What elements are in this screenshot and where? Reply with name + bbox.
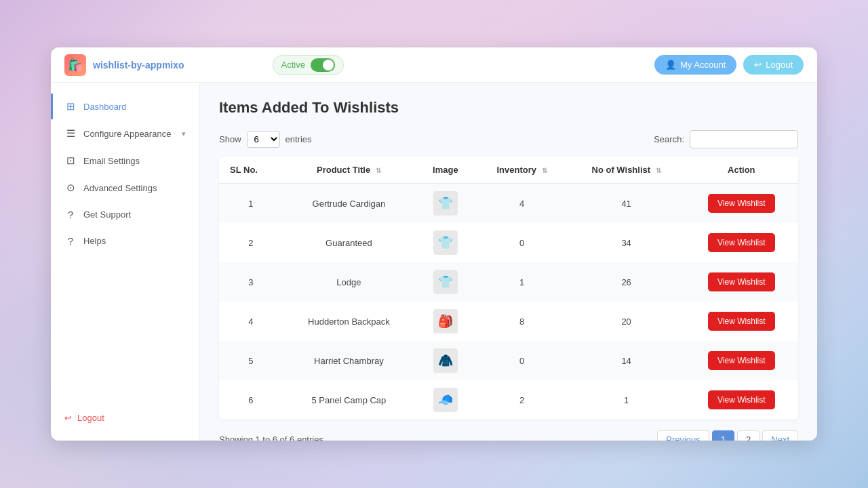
table-row: 6 5 Panel Camp Cap 🧢 2 1 View Wishlist — [219, 380, 798, 420]
sidebar-logout-button[interactable]: ↩ Logout — [64, 413, 186, 423]
view-wishlist-button-0[interactable]: View Wishlist — [708, 194, 774, 213]
product-image-0: 👕 — [433, 191, 458, 216]
cell-product-2: Lodge — [283, 262, 416, 302]
main-content: Items Added To Wishlists Show 6 10 25 50… — [200, 83, 817, 441]
active-status-label: Active — [281, 60, 305, 70]
table-controls: Show 6 10 25 50 entries Search: — [219, 130, 798, 148]
cell-wishlist-count-3: 20 — [568, 302, 685, 341]
my-account-button[interactable]: 👤 My Account — [654, 55, 736, 75]
account-icon: 👤 — [665, 60, 676, 70]
cell-sl-4: 5 — [219, 341, 283, 380]
sidebar-logout-icon: ↩ — [64, 413, 72, 423]
sidebar-nav: ⊞ Dashboard ☰ Configure Appearance ▾ ⊡ E… — [51, 94, 199, 253]
table-row: 3 Lodge 👕 1 26 View Wishlist — [219, 262, 798, 302]
col-inventory: Inventory ⇅ — [476, 157, 568, 184]
header-logout-button[interactable]: ↩ Logout — [743, 55, 804, 75]
product-image-5: 🧢 — [433, 388, 458, 412]
active-toggle[interactable]: Active — [273, 55, 344, 75]
view-wishlist-button-3[interactable]: View Wishlist — [708, 312, 774, 331]
entries-select[interactable]: 6 10 25 50 — [247, 131, 280, 148]
top-bar-left: 🛍️ wishlist-by-appmixo Active — [64, 54, 344, 76]
app-window: 🛍️ wishlist-by-appmixo Active 👤 My Accou… — [51, 47, 817, 441]
entries-label: entries — [285, 134, 312, 144]
col-image: Image — [415, 157, 475, 184]
main-layout: ⊞ Dashboard ☰ Configure Appearance ▾ ⊡ E… — [51, 83, 817, 441]
cell-inventory-0: 4 — [476, 184, 568, 224]
sidebar-item-configure-appearance[interactable]: ☰ Configure Appearance ▾ — [51, 121, 199, 146]
logo-icon: 🛍️ — [64, 54, 86, 76]
cell-product-5: 5 Panel Camp Cap — [283, 380, 416, 420]
cell-inventory-3: 8 — [476, 302, 568, 341]
cell-wishlist-count-1: 34 — [568, 223, 685, 262]
view-wishlist-button-4[interactable]: View Wishlist — [708, 351, 774, 370]
cell-image-0: 👕 — [415, 184, 475, 224]
cell-image-5: 🧢 — [415, 380, 475, 420]
cell-action-4: View Wishlist — [685, 341, 798, 380]
cell-image-1: 👕 — [415, 223, 475, 262]
chevron-down-icon: ▾ — [182, 129, 186, 138]
col-action: Action — [685, 157, 798, 184]
configure-icon: ☰ — [64, 127, 77, 140]
cell-inventory-5: 2 — [476, 380, 568, 420]
pagination-next-button[interactable]: Next — [762, 430, 798, 441]
sidebar-item-email-settings[interactable]: ⊡ Email Settings — [51, 148, 199, 174]
table-row: 2 Guaranteed 👕 0 34 View Wishlist — [219, 223, 798, 262]
cell-product-4: Harriet Chambray — [283, 341, 416, 380]
search-input[interactable] — [690, 130, 798, 148]
sidebar-footer: ↩ Logout — [51, 406, 199, 430]
view-wishlist-button-2[interactable]: View Wishlist — [708, 272, 774, 291]
table-row: 1 Gertrude Cardigan 👕 4 41 View Wishlist — [219, 184, 798, 224]
view-wishlist-button-1[interactable]: View Wishlist — [708, 233, 774, 252]
cell-image-2: 👕 — [415, 262, 475, 302]
cell-product-3: Hudderton Backpack — [283, 302, 416, 341]
top-bar: 🛍️ wishlist-by-appmixo Active 👤 My Accou… — [51, 47, 817, 83]
col-sl-no: SL No. — [219, 157, 283, 184]
cell-wishlist-count-4: 14 — [568, 341, 685, 380]
cell-wishlist-count-0: 41 — [568, 184, 685, 224]
cell-product-1: Guaranteed — [283, 223, 416, 262]
cell-action-3: View Wishlist — [685, 302, 798, 341]
cell-action-2: View Wishlist — [685, 262, 798, 302]
show-entries: Show 6 10 25 50 entries — [219, 131, 312, 148]
sort-icon-inventory: ⇅ — [542, 167, 547, 174]
top-bar-right: 👤 My Account ↩ Logout — [654, 55, 804, 75]
cell-sl-5: 6 — [219, 380, 283, 420]
search-box: Search: — [654, 130, 798, 148]
product-image-2: 👕 — [433, 270, 458, 294]
cell-sl-1: 2 — [219, 223, 283, 262]
product-image-3: 🎒 — [433, 309, 458, 333]
col-product-title: Product Title ⇅ — [283, 157, 416, 184]
help-icon: ? — [64, 235, 77, 247]
pagination: Previous 1 2 Next — [657, 430, 798, 441]
cell-image-3: 🎒 — [415, 302, 475, 341]
sort-icon-product: ⇅ — [376, 167, 381, 174]
cell-action-0: View Wishlist — [685, 184, 798, 224]
product-image-1: 👕 — [433, 230, 458, 255]
product-image-4: 🧥 — [433, 348, 458, 373]
cell-sl-0: 1 — [219, 184, 283, 224]
sidebar-item-advanced-settings[interactable]: ⊙ Advanced Settings — [51, 175, 199, 201]
pagination-page-2[interactable]: 2 — [737, 430, 760, 441]
cell-sl-3: 4 — [219, 302, 283, 341]
page-title: Items Added To Wishlists — [219, 99, 798, 117]
advanced-icon: ⊙ — [64, 182, 77, 194]
sidebar-item-get-support[interactable]: ? Get Support — [51, 202, 199, 227]
table-row: 5 Harriet Chambray 🧥 0 14 View Wishlist — [219, 341, 798, 380]
logout-icon: ↩ — [754, 60, 762, 70]
sort-icon-wishlist: ⇅ — [656, 167, 661, 174]
table-header-row: SL No. Product Title ⇅ Image Inventory ⇅ — [219, 157, 798, 184]
showing-text: Showing 1 to 6 of 6 entries — [219, 434, 323, 441]
cell-product-0: Gertrude Cardigan — [283, 184, 416, 224]
sidebar-item-helps[interactable]: ? Helps — [51, 228, 199, 253]
sidebar-item-dashboard[interactable]: ⊞ Dashboard — [51, 94, 199, 119]
cell-wishlist-count-2: 26 — [568, 262, 685, 302]
view-wishlist-button-5[interactable]: View Wishlist — [708, 390, 774, 409]
active-toggle-switch[interactable] — [311, 58, 335, 72]
pagination-page-1[interactable]: 1 — [712, 430, 734, 441]
search-label: Search: — [654, 134, 684, 144]
sidebar: ⊞ Dashboard ☰ Configure Appearance ▾ ⊡ E… — [51, 83, 200, 441]
cell-wishlist-count-5: 1 — [568, 380, 685, 420]
pagination-previous-button[interactable]: Previous — [657, 430, 709, 441]
col-no-of-wishlist: No of Wishlist ⇅ — [568, 157, 685, 184]
cell-inventory-1: 0 — [476, 223, 568, 262]
